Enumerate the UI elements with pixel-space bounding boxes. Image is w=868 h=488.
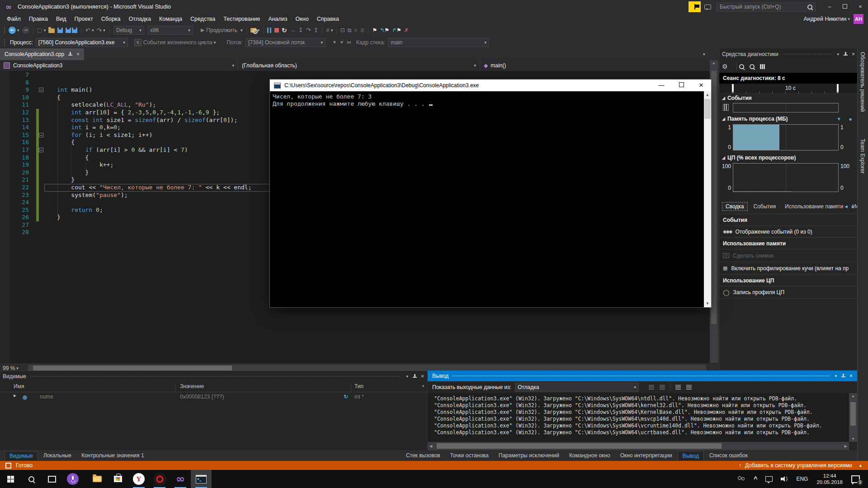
diagnostics-icon[interactable]: ▾ (249, 25, 261, 35)
code-line[interactable]: 7 (0, 71, 710, 79)
output-horizontal-scrollbar[interactable]: ◀▶ (428, 442, 849, 450)
show-next-statement-button[interactable]: → (288, 25, 297, 35)
memory-legend-icon[interactable]: ● (849, 116, 852, 122)
menu-item-Отладка[interactable]: Отладка (125, 14, 155, 24)
network-icon[interactable] (765, 476, 773, 482)
lifecycle-label[interactable]: События жизненного цикла (143, 39, 212, 46)
nav-project-dropdown[interactable]: ConsoleApplication3▾ (0, 60, 238, 71)
tab-Точки останова[interactable]: Точки останова (446, 451, 493, 460)
next-bookmark-icon[interactable]: ↱⚑ (391, 25, 403, 35)
nav-member-dropdown[interactable]: ◆ main() (480, 60, 710, 71)
taskbar-search-button[interactable] (21, 470, 42, 488)
save-all-button[interactable] (64, 25, 79, 35)
continue-button[interactable]: ▶ Продолжить▾ (199, 25, 244, 35)
menu-item-Проект[interactable]: Проект (71, 14, 97, 24)
output-vertical-scrollbar[interactable]: ▲▼ (849, 393, 857, 442)
screen-recorder-button[interactable] (149, 470, 170, 488)
find-message-icon[interactable] (649, 385, 654, 389)
tab-Стек вызовов[interactable]: Стек вызовов (401, 451, 445, 460)
feedback-icon[interactable] (704, 5, 711, 9)
redo-button[interactable]: ↷▾ (95, 25, 107, 35)
scroll-down-icon[interactable]: ▼ (704, 300, 711, 307)
heap-profiling-link[interactable]: ▦ Включить профилирование кучи (влияет н… (719, 262, 858, 274)
menu-item-Окно[interactable]: Окно (292, 14, 313, 24)
timeline-ruler[interactable]: 10 с (719, 84, 858, 94)
tab-Контрольные значения 1[interactable]: Контрольные значения 1 (77, 451, 149, 460)
notifications-flag-icon[interactable] (689, 1, 701, 12)
stop-debug-button[interactable] (273, 25, 280, 35)
zoom-in-icon[interactable] (739, 64, 744, 69)
configuration-select[interactable]: Debug▾ (113, 26, 144, 35)
tab-Окно интерпретации[interactable]: Окно интерпретации (616, 451, 677, 460)
toolbar-grip[interactable] (4, 39, 5, 46)
tab-Командное окно[interactable]: Командное окно (565, 451, 615, 460)
diagnostics-tab-События[interactable]: События (750, 202, 779, 211)
step-over-button[interactable]: ↷ (305, 25, 312, 35)
console-app-button[interactable] (191, 470, 212, 488)
background-tasks-icon[interactable] (5, 463, 11, 469)
close-icon[interactable]: × (849, 373, 853, 379)
clock[interactable]: 12:44 20.05.2018 (816, 473, 843, 485)
clear-bookmarks-icon[interactable]: ✗ (403, 25, 410, 35)
open-file-button[interactable] (47, 25, 56, 35)
suspend-filter-icon[interactable]: ⋈ (347, 40, 351, 45)
menu-item-Справка[interactable]: Справка (313, 14, 343, 24)
restart-button[interactable]: ↻ (280, 25, 288, 35)
yandex-browser-button[interactable]: Y (128, 470, 149, 488)
map-mode-icon[interactable]: ⊡ (339, 25, 346, 35)
search-input[interactable]: Быстрый запуск (Ctrl+Q) (717, 2, 816, 12)
console-title-bar[interactable]: C:\Users\Sex\source\repos\ConsoleApplica… (270, 80, 711, 91)
menu-item-Команда[interactable]: Команда (155, 14, 186, 24)
fold-marker-icon[interactable]: − (39, 148, 43, 152)
tab-list-caret-icon[interactable]: ▾ (703, 52, 705, 56)
menu-item-Тестирование[interactable]: Тестирование (219, 14, 264, 24)
diagnostics-tab-Использование памяти[interactable]: Использование памяти (782, 202, 846, 211)
toolbar-grip[interactable] (4, 27, 5, 34)
word-wrap-icon[interactable] (686, 385, 692, 389)
close-icon[interactable]: × (421, 373, 424, 380)
indent-more-icon[interactable]: ≣ (359, 25, 366, 35)
indent-less-icon[interactable]: ≡ (353, 25, 359, 35)
tab-Параметры исключений[interactable]: Параметры исключений (494, 451, 564, 460)
filter-icon[interactable]: ▼ (332, 40, 337, 45)
console-output[interactable]: Чисел, которые не более 7: 3Для продолже… (270, 91, 711, 307)
people-icon[interactable] (737, 476, 745, 482)
record-cpu-link[interactable]: ◯ Запись профиля ЦП (719, 286, 858, 299)
sidebar-tab-solution-explorer[interactable]: Обозреватель решений (859, 52, 866, 112)
language-indicator[interactable]: ENG (796, 476, 808, 482)
cortana-button[interactable] (62, 470, 83, 488)
hidden-icons-chevron[interactable]: ^ (754, 476, 757, 482)
stack-frame-select[interactable]: main▾ (388, 38, 489, 47)
action-center-button[interactable]: 9 (851, 475, 860, 483)
collapse-icon[interactable]: ▲ (859, 463, 863, 468)
tab-scroll-right-icon[interactable]: ▶ (852, 204, 855, 209)
step-out-button[interactable]: ↥ (312, 25, 320, 35)
output-source-select[interactable]: Отладка▾ (515, 383, 639, 392)
memory-section-header[interactable]: ◢Память процесса (МБ) ▼ ● (719, 114, 858, 123)
tab-scroll-left-icon[interactable]: ◀ (844, 204, 848, 209)
gear-icon[interactable]: ⚙ (722, 63, 728, 70)
visual-studio-button[interactable]: ∞ (170, 470, 191, 488)
scroll-up-icon[interactable]: ▲ (421, 384, 425, 388)
close-button[interactable]: × (853, 1, 868, 13)
diagnostics-tab-Сводка[interactable]: Сводка (722, 202, 748, 211)
window-position-caret-icon[interactable]: ▾ (835, 374, 837, 378)
pin-icon[interactable] (841, 374, 845, 378)
fold-marker-icon[interactable]: − (39, 88, 43, 92)
document-tab[interactable]: ConsoleApplication3.cpp × (0, 48, 84, 60)
watch-row[interactable]: ▶nume0x00008123 {???}↻int * (0, 392, 427, 402)
console-minimize-button[interactable]: — (651, 80, 671, 91)
close-tab-icon[interactable]: × (76, 51, 80, 57)
console-scrollbar[interactable]: ▲ ▼ (704, 91, 711, 307)
tab-Список ошибок[interactable]: Список ошибок (705, 451, 752, 460)
task-view-button[interactable] (42, 470, 62, 488)
new-project-button[interactable]: ▢▾ (36, 25, 47, 35)
tab-Видимые[interactable]: Видимые (5, 451, 38, 460)
menu-item-Анализ[interactable]: Анализ (264, 14, 291, 24)
save-button[interactable] (56, 25, 64, 35)
scroll-up-icon[interactable]: ▲ (704, 91, 711, 99)
menu-item-Средства[interactable]: Средства (186, 14, 219, 24)
nav-back-button[interactable]: ←▾ (7, 25, 21, 35)
pin-icon[interactable] (68, 52, 72, 56)
expander-icon[interactable]: ▶ (14, 394, 16, 398)
